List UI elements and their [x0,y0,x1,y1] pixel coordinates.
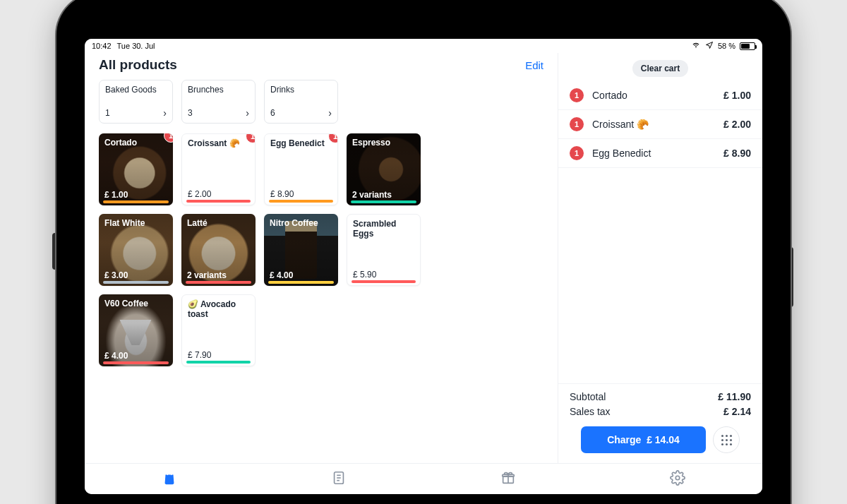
main-header: All products Edit [99,57,543,73]
cart-items-list: 1 Cortado £ 1.00 1 Croissant 🥐 £ 2.00 1 … [558,81,762,383]
category-card[interactable]: Baked Goods 1 › [99,80,173,124]
app-body: All products Edit Baked Goods 1 › Brunch… [85,53,762,463]
product-price: £ 4.00 [104,351,128,361]
nav-shop[interactable] [162,470,177,488]
cart-panel: Clear cart 1 Cortado £ 1.00 1 Croissant … [558,53,762,463]
page-title: All products [99,57,177,73]
status-time: 10:42 [92,42,112,50]
product-name: 🥑 Avocado toast [188,299,249,320]
product-accent [186,200,251,203]
product-price: £ 1.00 [104,190,128,200]
product-card[interactable]: Egg Benedict£ 8.901 [264,133,338,205]
tax-label: Sales tax [570,404,611,419]
keypad-button[interactable] [713,426,740,453]
chevron-right-icon: › [328,107,332,119]
product-name: Egg Benedict [270,138,332,148]
product-accent [268,281,334,284]
status-battery-pct: 58 % [718,42,735,50]
product-price: £ 8.90 [270,189,294,199]
cart-item[interactable]: 1 Egg Benedict £ 8.90 [558,139,762,168]
status-bar: 10:42 Tue 30. Jul 58 % [85,39,762,53]
product-accent [103,281,169,284]
product-name: V60 Coffee [104,299,167,308]
product-accent [351,200,416,203]
category-count: 6 [270,108,275,118]
cart-item-qty: 1 [570,146,584,160]
cart-item-name: Cortado [592,90,715,101]
chevron-right-icon: › [246,107,249,119]
product-price: £ 4.00 [270,270,293,280]
product-grid: Cortado£ 1.001Croissant 🥐£ 2.001Egg Bene… [99,133,543,366]
subtotal-label: Subtotal [570,390,606,404]
product-name: Cortado [104,138,167,148]
cart-item-qty: 1 [570,117,584,131]
category-name: Drinks [270,85,332,95]
cart-item-price: £ 1.00 [723,90,751,101]
cart-item-qty: 1 [570,88,584,102]
product-price: £ 7.90 [188,350,211,360]
product-accent [103,200,169,203]
cart-item-name: Croissant 🥐 [592,119,715,130]
product-accent [186,281,251,284]
product-card[interactable]: V60 Coffee£ 4.00 [99,294,173,366]
cart-item[interactable]: 1 Cortado £ 1.00 [558,81,762,110]
clear-cart-button[interactable]: Clear cart [632,60,688,77]
subtotal-value: £ 11.90 [718,390,751,404]
product-card[interactable]: Latté2 variants [181,214,256,286]
charge-button[interactable]: Charge £ 14.04 [581,426,706,453]
charge-label: Charge [607,434,641,445]
bottom-nav [85,463,762,494]
product-price: £ 3.00 [104,270,128,280]
battery-icon [740,42,755,50]
product-name: Croissant 🥐 [188,138,249,148]
product-card[interactable]: 🥑 Avocado toast£ 7.90 [181,294,256,366]
product-accent [103,361,169,364]
cart-header: Clear cart [558,53,762,81]
nav-gift[interactable] [500,470,516,488]
gear-icon [670,470,685,486]
product-card[interactable]: Espresso2 variants [347,133,421,205]
product-card[interactable]: Flat White£ 3.00 [99,214,173,286]
status-date: Tue 30. Jul [117,42,155,50]
product-price: 2 variants [352,190,392,200]
product-accent [352,280,416,283]
gift-icon [500,470,516,486]
product-card[interactable]: Cortado£ 1.001 [99,133,173,205]
cart-item-price: £ 8.90 [723,148,751,159]
nav-settings[interactable] [670,470,685,488]
product-price: 2 variants [187,270,227,280]
svg-point-8 [675,476,680,480]
charge-total: £ 14.04 [647,434,680,445]
category-count: 3 [188,108,193,118]
product-price: £ 5.90 [353,270,376,280]
product-name: Flat White [104,218,167,228]
product-name: Espresso [352,138,415,148]
category-card[interactable]: Drinks 6 › [264,80,338,124]
screen: 10:42 Tue 30. Jul 58 % All products Edit… [85,39,762,494]
edit-button[interactable]: Edit [525,59,543,71]
wifi-icon [691,42,701,51]
product-accent [269,200,333,203]
product-name: Nitro Coffee [270,218,332,228]
cart-item-price: £ 2.00 [723,119,751,130]
category-card[interactable]: Brunches 3 › [181,80,256,124]
keypad-icon [721,435,732,445]
category-count: 1 [105,108,110,118]
product-name: Scrambled Eggs [353,219,414,239]
product-card[interactable]: Nitro Coffee£ 4.00 [264,214,338,286]
main-panel: All products Edit Baked Goods 1 › Brunch… [85,53,558,463]
tax-value: £ 2.14 [723,404,751,419]
cart-item-name: Egg Benedict [592,148,715,159]
product-card[interactable]: Croissant 🥐£ 2.001 [181,133,256,205]
category-name: Brunches [188,85,249,95]
location-icon [705,41,714,51]
nav-receipts[interactable] [331,470,347,488]
cart-item[interactable]: 1 Croissant 🥐 £ 2.00 [558,110,762,139]
product-accent [186,361,251,364]
shopping-bag-icon [162,470,177,486]
cart-totals: Subtotal £ 11.90 Sales tax £ 2.14 Charge… [558,383,762,463]
receipt-icon [331,470,347,486]
product-price: £ 2.00 [188,189,211,199]
product-card[interactable]: Scrambled Eggs£ 5.90 [347,214,421,286]
category-row: Baked Goods 1 › Brunches 3 › Drinks 6 › [99,80,543,124]
